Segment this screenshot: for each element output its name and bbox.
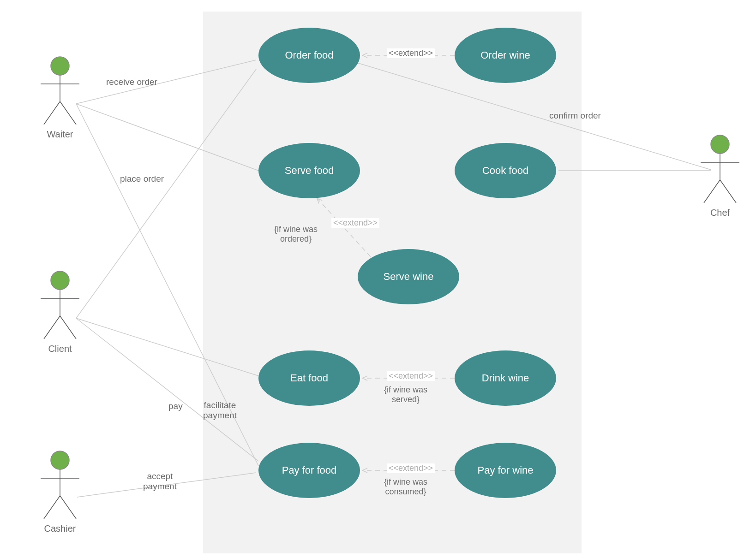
- svg-point-18: [51, 271, 69, 290]
- assoc-label-place-order: place order: [120, 174, 164, 184]
- guard-wine-served: {if wine was served}: [384, 385, 427, 404]
- usecase-label: Cook food: [482, 165, 528, 177]
- stereotype-extend-4: <<extend>>: [387, 463, 435, 473]
- stereotype-extend-2: <<extend>>: [331, 218, 379, 228]
- assoc-label-facilitate-payment: facilitate payment: [203, 400, 237, 421]
- usecase-label: Pay for wine: [477, 464, 533, 476]
- usecase-pay-for-wine: Pay for wine: [455, 443, 556, 498]
- svg-point-13: [51, 57, 69, 75]
- assoc-label-confirm-order: confirm order: [549, 111, 601, 121]
- stick-figure-icon: [692, 134, 748, 205]
- svg-line-31: [704, 180, 720, 203]
- usecase-eat-food: Eat food: [258, 350, 360, 406]
- svg-point-28: [711, 135, 729, 154]
- svg-point-23: [51, 451, 69, 469]
- stick-figure-icon: [32, 450, 88, 521]
- svg-line-22: [60, 316, 76, 339]
- usecase-drink-wine: Drink wine: [455, 350, 556, 406]
- assoc-label-accept-payment: accept payment: [143, 471, 177, 492]
- svg-line-16: [44, 101, 60, 125]
- usecase-label: Serve wine: [384, 271, 434, 283]
- stereotype-extend-1: <<extend>>: [387, 48, 435, 58]
- actor-label: Cashier: [32, 523, 88, 534]
- svg-line-27: [60, 496, 76, 519]
- actor-label: Client: [32, 344, 88, 354]
- usecase-serve-food: Serve food: [258, 143, 360, 198]
- svg-line-26: [44, 496, 60, 519]
- actor-label: Chef: [692, 208, 748, 218]
- stick-figure-icon: [32, 55, 88, 127]
- assoc-label-receive-order: receive order: [106, 77, 157, 87]
- actor-cashier: Cashier: [32, 450, 88, 534]
- actor-label: Waiter: [32, 129, 88, 140]
- guard-wine-ordered: {if wine was ordered}: [274, 225, 318, 244]
- usecase-label: Order food: [285, 49, 333, 61]
- usecase-cook-food: Cook food: [455, 143, 556, 198]
- usecase-label: Eat food: [290, 372, 328, 384]
- usecase-order-food: Order food: [258, 28, 360, 83]
- usecase-label: Serve food: [285, 165, 334, 177]
- usecase-pay-for-food: Pay for food: [258, 443, 360, 498]
- svg-line-32: [720, 180, 736, 203]
- stereotype-extend-3: <<extend>>: [387, 371, 435, 381]
- actor-waiter: Waiter: [32, 55, 88, 140]
- stick-figure-icon: [32, 270, 88, 341]
- svg-line-17: [60, 101, 76, 125]
- usecase-label: Pay for food: [282, 464, 337, 476]
- actor-chef: Chef: [692, 134, 748, 218]
- assoc-label-pay: pay: [168, 401, 183, 411]
- svg-line-21: [44, 316, 60, 339]
- guard-wine-consumed: {if wine was consumed}: [384, 477, 427, 497]
- usecase-serve-wine: Serve wine: [358, 249, 459, 304]
- usecase-label: Drink wine: [482, 372, 529, 384]
- usecase-order-wine: Order wine: [455, 28, 556, 83]
- usecase-label: Order wine: [480, 49, 530, 61]
- actor-client: Client: [32, 270, 88, 354]
